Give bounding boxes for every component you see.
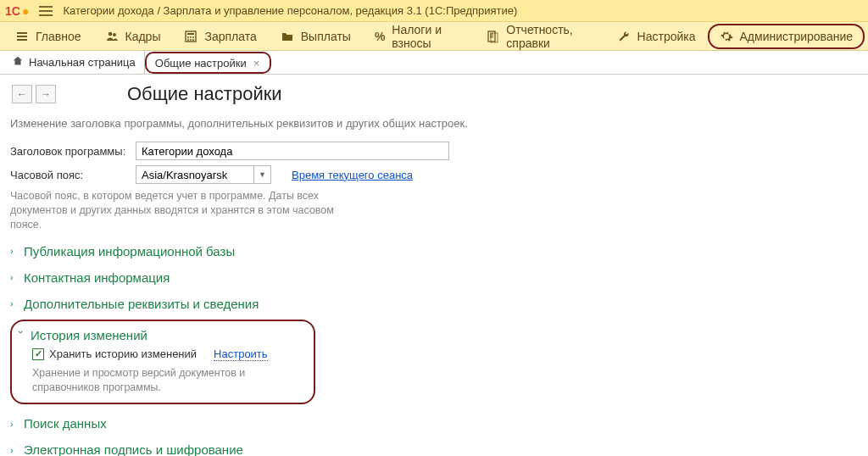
- timezone-combo[interactable]: ▼: [136, 165, 271, 184]
- people-icon: [105, 30, 119, 43]
- list-icon: [15, 30, 29, 43]
- logo-1c: 1C●: [5, 4, 29, 18]
- menu-zarplata[interactable]: Зарплата: [172, 24, 268, 49]
- section-label: Контактная информация: [24, 270, 170, 285]
- svg-point-9: [192, 39, 194, 41]
- svg-point-5: [190, 36, 192, 38]
- program-title-row: Заголовок программы:: [10, 142, 858, 160]
- menu-label: Отчетность, справки: [506, 23, 593, 50]
- page-description: Изменение заголовка программы, дополните…: [10, 117, 858, 130]
- section-contact-info[interactable]: › Контактная информация: [10, 270, 858, 285]
- timezone-label: Часовой пояс:: [10, 169, 129, 181]
- chevron-right-icon: ›: [10, 419, 19, 429]
- menu-label: Налоги и взносы: [392, 23, 462, 50]
- open-windows-tabbar: Начальная страница Общие настройки ×: [0, 51, 868, 75]
- content-area: Изменение заголовка программы, дополните…: [0, 108, 868, 456]
- program-title-label: Заголовок программы:: [10, 145, 129, 158]
- timezone-row: Часовой пояс: ▼ Время текущего сеанса: [10, 165, 858, 184]
- chevron-right-icon: ›: [10, 272, 19, 282]
- section-signature[interactable]: › Электронная подпись и шифрование: [10, 442, 858, 456]
- svg-point-7: [187, 39, 189, 41]
- timezone-hint: Часовой пояс, в котором ведется учет в п…: [10, 189, 366, 232]
- menu-main[interactable]: Главное: [3, 24, 93, 49]
- percent-icon: %: [375, 30, 385, 43]
- section-search[interactable]: › Поиск данных: [10, 416, 858, 431]
- doc-icon: [486, 30, 499, 43]
- menu-label: Выплаты: [301, 30, 351, 43]
- home-icon: [12, 55, 24, 70]
- section-label: Дополнительные реквизиты и сведения: [24, 297, 259, 311]
- menu-admin[interactable]: Администрирование: [708, 24, 865, 49]
- chevron-right-icon: ›: [10, 246, 19, 256]
- menu-label: Администрирование: [740, 30, 854, 43]
- tab-general-settings[interactable]: Общие настройки ×: [145, 52, 272, 74]
- nav-back-button[interactable]: ←: [12, 85, 32, 103]
- section-publication[interactable]: › Публикация информационной базы: [10, 244, 858, 259]
- menu-vyplaty[interactable]: Выплаты: [269, 24, 363, 49]
- section-additional-props[interactable]: › Дополнительные реквизиты и сведения: [10, 297, 858, 311]
- folder-icon: [281, 30, 294, 43]
- menu-kadry[interactable]: Кадры: [93, 24, 173, 49]
- history-block: › История изменений ✓ Хранить историю из…: [10, 320, 315, 405]
- chevron-down-icon: ›: [16, 331, 26, 339]
- program-title-input[interactable]: [136, 142, 449, 160]
- section-label: Поиск данных: [24, 416, 107, 431]
- window-titlebar: 1C● Категории дохода / Зарплата и управл…: [0, 0, 868, 22]
- gear-icon: [720, 30, 733, 43]
- menu-label: Настройка: [637, 30, 696, 43]
- timezone-input[interactable]: [136, 165, 254, 184]
- session-time-link[interactable]: Время текущего сеанса: [292, 169, 413, 181]
- menu-label: Зарплата: [204, 30, 256, 43]
- svg-point-1: [113, 33, 116, 36]
- chevron-right-icon: ›: [10, 298, 19, 309]
- page-title: Общие настройки: [59, 83, 282, 105]
- chevron-down-icon[interactable]: ▼: [254, 165, 271, 184]
- history-configure-link[interactable]: Настроить: [214, 348, 268, 361]
- close-icon[interactable]: ×: [252, 57, 262, 70]
- menu-nalogi[interactable]: % Налоги и взносы: [363, 24, 474, 49]
- tab-home[interactable]: Начальная страница: [3, 50, 145, 74]
- history-checkbox-row: ✓ Хранить историю изменений Настроить: [32, 348, 303, 361]
- history-hint: Хранение и просмотр версий документов и …: [32, 366, 303, 395]
- menu-label: Главное: [36, 30, 81, 43]
- main-menu-icon[interactable]: [36, 3, 56, 19]
- chevron-right-icon: ›: [10, 445, 19, 455]
- window-title: Категории дохода / Зарплата и управление…: [63, 4, 517, 17]
- tab-label: Начальная страница: [29, 56, 136, 69]
- svg-point-0: [108, 31, 112, 36]
- tab-label: Общие настройки: [155, 57, 247, 70]
- calc-icon: [184, 30, 198, 43]
- store-history-label: Хранить историю изменений: [49, 348, 197, 360]
- section-history[interactable]: › История изменений: [17, 328, 303, 342]
- section-panel: Главное Кадры Зарплата Выплаты % Налоги …: [0, 22, 868, 51]
- menu-label: Кадры: [125, 30, 161, 43]
- svg-rect-3: [187, 33, 194, 35]
- section-label: Публикация информационной базы: [24, 244, 235, 259]
- section-label: Электронная подпись и шифрование: [24, 442, 243, 456]
- store-history-checkbox[interactable]: ✓: [32, 348, 44, 360]
- nav-forward-button[interactable]: →: [36, 85, 56, 103]
- menu-nastroika[interactable]: Настройка: [605, 24, 708, 49]
- wrench-icon: [617, 30, 631, 43]
- menu-otchetnost[interactable]: Отчетность, справки: [474, 24, 604, 49]
- svg-point-6: [192, 36, 194, 38]
- svg-point-4: [187, 36, 189, 38]
- section-label: История изменений: [31, 328, 147, 342]
- nav-row: ← → Общие настройки: [0, 75, 868, 108]
- svg-point-8: [190, 39, 192, 41]
